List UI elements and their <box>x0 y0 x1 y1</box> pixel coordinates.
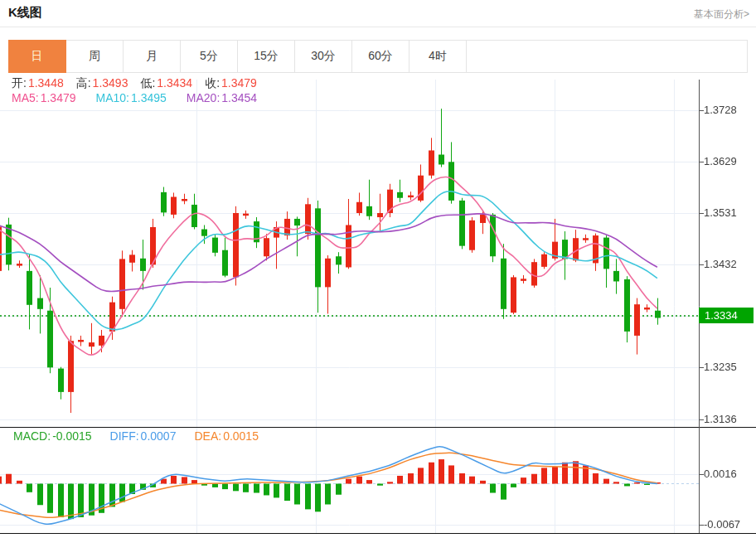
price-tick: 1.3136 <box>704 413 737 426</box>
diff-value: DIFF:0.0007 <box>110 429 177 443</box>
macd-legend: MACD:-0.0015 DIFF:0.0007 DEA:0.0015 <box>13 429 259 443</box>
macd-tick: -0.0067 <box>704 518 740 531</box>
price-tick: 1.3432 <box>704 258 737 271</box>
price-tick: 1.3629 <box>704 155 737 168</box>
open-value: 开:1.3448 <box>12 76 64 91</box>
price-tick: 1.3235 <box>704 361 737 374</box>
ma5-value: MA5:1.3479 <box>12 91 76 104</box>
macd-value: MACD:-0.0015 <box>13 429 92 443</box>
tab-day[interactable]: 日 <box>8 40 66 73</box>
ohlc-legend: 开:1.3448 高:1.3493 低:1.3434 收:1.3479 <box>12 76 257 91</box>
ma20-value: MA20:1.3454 <box>187 91 257 104</box>
price-tick: 1.3531 <box>704 206 737 220</box>
ma10-value: MA10:1.3495 <box>96 91 167 104</box>
close-value: 收:1.3479 <box>205 76 257 91</box>
low-value: 低:1.3434 <box>140 76 192 91</box>
ma-legend: MA5:1.3479 MA10:1.3495 MA20:1.3454 <box>12 91 257 104</box>
last-price-badge: 1.3334 <box>699 308 754 323</box>
price-tick: 1.3728 <box>704 104 737 117</box>
kline-page: K线图 基本面分析> 日 周 月 5分 15分 30分 60分 4时 开:1.3… <box>0 0 756 538</box>
dea-value: DEA:0.0015 <box>194 429 259 443</box>
macd-tick: 0.0016 <box>704 468 737 481</box>
high-value: 高:1.3493 <box>76 76 128 91</box>
